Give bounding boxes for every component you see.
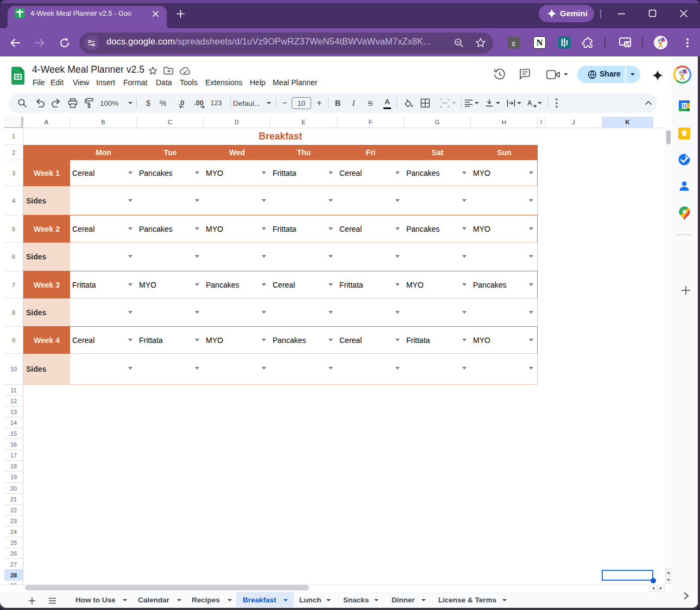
svg-text:A: A: [527, 99, 532, 107]
svg-text:31: 31: [682, 103, 687, 109]
